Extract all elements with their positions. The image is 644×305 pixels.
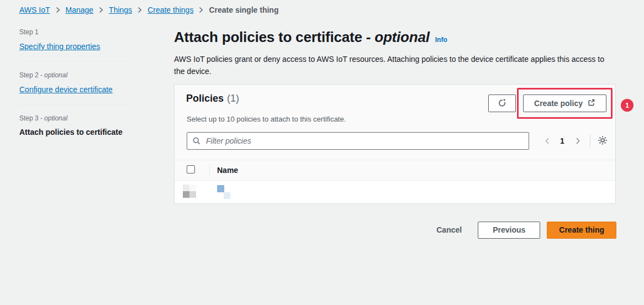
wizard-step-3: Step 3- optional Attach policies to cert…	[19, 114, 132, 136]
sidebar-current-step-attach-policies: Attach policies to certificate	[19, 128, 132, 136]
wizard-step-2: Step 2- optional Configure device certif…	[19, 71, 132, 94]
panel-subtitle: Select up to 10 policies to attach to th…	[187, 115, 346, 123]
page-header: Attach policies to certificate- optional…	[174, 29, 616, 77]
redacted-checkbox-pixels	[189, 185, 196, 191]
panel-count: (1)	[227, 93, 239, 104]
chevron-right-icon	[199, 7, 203, 13]
panel-title: Policies(1)	[186, 93, 239, 104]
redacted-policy-name-pixels	[217, 185, 224, 192]
policies-panel: Policies(1) Select up to 10 policies to …	[174, 84, 616, 204]
external-link-icon	[587, 98, 595, 108]
redacted-policy-name-pixels	[224, 192, 230, 199]
breadcrumb: AWS IoT Manage Things Create things Crea…	[19, 6, 278, 14]
sidebar-link-specify-thing-properties[interactable]: Specify thing properties	[19, 42, 100, 51]
breadcrumb-link-manage[interactable]: Manage	[66, 6, 94, 14]
info-link[interactable]: Info	[435, 36, 447, 44]
column-divider	[209, 164, 210, 176]
filter-policies-field	[187, 132, 529, 150]
wizard-step-1: Step 1 Specify thing properties	[19, 28, 132, 51]
redacted-checkbox-pixels	[183, 185, 189, 191]
page-title-optional: - optional	[366, 29, 430, 45]
previous-button[interactable]: Previous	[478, 222, 540, 239]
refresh-icon	[498, 98, 506, 109]
gear-icon	[598, 135, 608, 147]
sidebar-divider	[19, 61, 132, 62]
chevron-right-icon	[99, 7, 103, 13]
step-2-label: Step 2- optional	[19, 71, 132, 79]
name-column-header: Name	[217, 166, 238, 175]
settings-gear-button[interactable]	[595, 133, 610, 149]
step-number: Step 2	[19, 71, 39, 79]
sidebar-divider	[19, 104, 132, 105]
next-page-button[interactable]	[570, 133, 585, 149]
step-number: Step 1	[19, 28, 39, 36]
create-policy-button[interactable]: Create policy	[523, 94, 606, 112]
wizard-footer-actions: Cancel Previous Create thing	[174, 221, 616, 239]
aws-iot-create-thing-page: AWS IoT Manage Things Create things Crea…	[0, 0, 644, 305]
page-title-text: Attach policies to certificate	[174, 29, 362, 45]
step-1-label: Step 1	[19, 28, 132, 36]
sidebar-link-configure-device-certificate[interactable]: Configure device certificate	[19, 85, 113, 94]
redacted-checkbox-pixels	[183, 191, 189, 198]
current-page-number: 1	[555, 136, 570, 145]
step-3-label: Step 3- optional	[19, 114, 132, 122]
step-number: Step 3	[19, 114, 39, 122]
breadcrumb-link-create-things[interactable]: Create things	[147, 6, 193, 14]
filter-policies-input[interactable]	[187, 132, 529, 150]
chevron-right-icon	[56, 7, 60, 13]
create-thing-button[interactable]: Create thing	[547, 222, 616, 239]
panel-divider	[175, 160, 615, 160]
pagination: 1	[539, 132, 610, 150]
policy-table-row[interactable]	[175, 181, 615, 203]
redacted-checkbox-pixels	[189, 191, 196, 198]
panel-title-text: Policies	[186, 93, 224, 104]
previous-page-button[interactable]	[539, 133, 555, 149]
step-optional-tag: - optional	[40, 71, 67, 79]
annotation-badge-1: 1	[621, 99, 634, 112]
create-policy-label: Create policy	[534, 99, 583, 108]
pagination-divider	[590, 134, 590, 148]
breadcrumb-current: Create single thing	[209, 6, 278, 14]
refresh-button[interactable]	[488, 94, 516, 112]
page-title: Attach policies to certificate- optional	[174, 29, 430, 46]
chevron-right-icon	[138, 7, 142, 13]
wizard-steps-sidebar: Step 1 Specify thing properties Step 2- …	[19, 28, 132, 136]
select-all-checkbox[interactable]	[187, 165, 195, 173]
breadcrumb-link-aws-iot[interactable]: AWS IoT	[19, 6, 50, 14]
cancel-button[interactable]: Cancel	[436, 225, 462, 234]
page-description: AWS IoT policies grant or deny access to…	[174, 53, 611, 77]
step-optional-tag: - optional	[40, 114, 67, 122]
breadcrumb-link-things[interactable]: Things	[109, 6, 132, 14]
